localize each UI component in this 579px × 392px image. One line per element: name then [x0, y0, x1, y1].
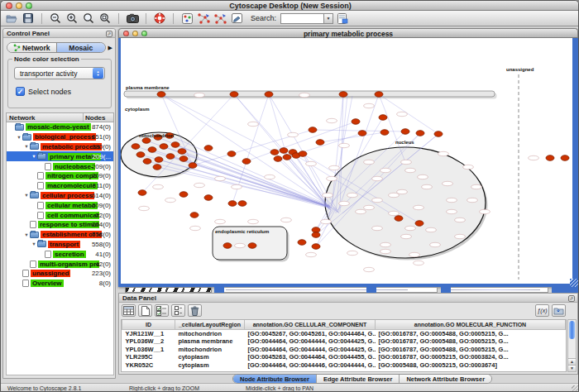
gene-node[interactable] [339, 92, 347, 98]
vizmapper-icon[interactable] [179, 12, 194, 25]
tree-row[interactable]: ▼biological_process651(0) [7, 132, 113, 142]
checkbox-checked-icon[interactable]: ✓ [16, 87, 25, 96]
search-combo[interactable]: ▼ [280, 13, 333, 24]
column-header[interactable]: ID [122, 320, 175, 329]
disclosure-triangle-icon[interactable]: ▼ [31, 241, 37, 246]
gene-node[interactable] [204, 146, 213, 151]
tree-row[interactable]: ▼transport558(0) [7, 240, 113, 250]
gene-node[interactable] [148, 147, 156, 153]
network-frame-titlebar[interactable]: primary metabolic process [118, 28, 578, 38]
tree-row[interactable]: nucleobase-209(0) [7, 161, 113, 171]
snapshot-camera-icon[interactable] [125, 12, 140, 25]
gene-node[interactable] [401, 129, 409, 135]
disclosure-triangle-icon[interactable]: ▼ [23, 232, 30, 237]
gene-node[interactable] [230, 92, 238, 98]
help-lifering-icon[interactable] [152, 12, 167, 25]
attribute-table-icon[interactable] [122, 304, 136, 317]
gene-node[interactable] [416, 131, 424, 136]
tree-row[interactable]: ▼establishment of lo558(0) [7, 230, 113, 240]
gene-node[interactable] [132, 144, 140, 150]
gene-node[interactable] [153, 165, 161, 170]
gene-node[interactable] [283, 155, 291, 160]
search-input[interactable] [280, 13, 323, 24]
gene-node[interactable] [265, 92, 273, 98]
frame-resize-grip[interactable] [570, 279, 578, 287]
network-canvas[interactable]: plasma membranecytoplasmmitochondrionnuc… [121, 38, 572, 284]
tree-column-network[interactable]: Network [7, 113, 84, 122]
table-row[interactable]: YJR121W__1mitochondrion[GO:0045267, GO:0… [122, 329, 566, 337]
gene-node[interactable] [178, 149, 186, 155]
column-header[interactable]: _cellularLayoutRegion [175, 320, 245, 329]
tree-row[interactable]: multi-organism pro42(0) [7, 259, 113, 269]
formula-builder-icon[interactable]: ƒ(x) [535, 304, 549, 317]
zoom-selected-icon[interactable] [81, 12, 96, 25]
gene-node[interactable] [155, 157, 163, 163]
gene-node[interactable] [546, 155, 554, 161]
scroll-up-icon[interactable]: ▲ [568, 358, 576, 365]
disclosure-triangle-icon[interactable]: ▼ [31, 154, 37, 159]
gene-node[interactable] [280, 148, 288, 154]
gene-node[interactable] [358, 131, 366, 136]
scrollbar-thumb[interactable] [569, 321, 575, 339]
column-header[interactable]: annotation.GO MOLECULAR_FUNCTION [376, 320, 566, 329]
float-panel-icon[interactable]: ⇗ [568, 295, 575, 302]
gene-node[interactable] [138, 190, 146, 196]
import-network-icon[interactable] [196, 12, 211, 25]
gene-node[interactable] [309, 127, 317, 133]
select-attributes-icon[interactable] [155, 304, 169, 317]
gene-node[interactable] [379, 115, 387, 121]
gene-node[interactable] [270, 150, 279, 155]
table-row[interactable]: YLR295Ccytoplasm[GO:0045263, GO:0044464,… [122, 353, 566, 361]
gene-node[interactable] [380, 130, 389, 136]
gene-node[interactable] [242, 159, 251, 165]
tree-row[interactable]: macromolecule311(0) [7, 181, 113, 191]
gene-node[interactable] [312, 232, 320, 238]
export-network-icon[interactable] [213, 12, 227, 25]
node-color-dropdown[interactable]: transporter activity ▲▼ [14, 67, 105, 79]
disclosure-triangle-icon[interactable]: ▼ [16, 135, 22, 140]
gene-node[interactable] [312, 244, 320, 250]
gene-node[interactable] [157, 92, 165, 98]
save-icon[interactable] [21, 12, 36, 25]
tab-edge-attribute-browser[interactable]: Edge Attribute Browser [317, 375, 400, 383]
unselect-attributes-icon[interactable] [171, 304, 185, 317]
tree-row[interactable]: ▼metabolic process280(0) [7, 142, 113, 152]
background-overview-window[interactable] [125, 287, 212, 293]
import-attributes-icon[interactable] [552, 304, 566, 317]
window-titlebar[interactable]: Cytoscape Desktop (New Session) [1, 1, 579, 11]
gene-node[interactable] [298, 240, 306, 246]
tree-row[interactable]: ▼cellular process614(0) [7, 191, 113, 201]
scroll-down-icon[interactable]: ▼ [568, 365, 576, 371]
tab-mosaic[interactable]: Mosaic [56, 43, 106, 52]
delete-attribute-icon[interactable] [188, 304, 202, 317]
tab-network[interactable]: Network [7, 43, 56, 52]
gene-node[interactable] [179, 192, 188, 198]
gene-node[interactable] [142, 138, 151, 144]
tree-row[interactable]: secretion41(0) [7, 249, 113, 259]
gene-node[interactable] [248, 243, 256, 249]
data-scrollbar[interactable]: ▲ ▼ [567, 319, 577, 372]
zoom-out-icon[interactable] [48, 12, 63, 25]
tab-network-attribute-browser[interactable]: Network Attribute Browser [400, 375, 491, 383]
open-folder-icon[interactable] [4, 12, 19, 25]
tree-row[interactable]: cellular metabo209(0) [7, 200, 113, 210]
disclosure-triangle-icon[interactable]: ▼ [23, 144, 30, 149]
gene-node[interactable] [316, 140, 324, 146]
attribute-table[interactable]: ID_cellularLayoutRegionannotation.GO CEL… [122, 320, 566, 372]
tree-row[interactable]: unassigned223(0) [7, 269, 113, 279]
attribute-page-icon[interactable] [335, 12, 350, 25]
gene-node[interactable] [223, 243, 232, 249]
gene-node[interactable] [299, 151, 307, 157]
dropdown-stepper-icon[interactable]: ▲▼ [93, 68, 103, 79]
tab-overflow-icon[interactable]: ▶ [106, 45, 112, 51]
gene-node[interactable] [228, 201, 237, 207]
zoom-in-icon[interactable] [65, 12, 79, 25]
annotation-icon[interactable] [229, 12, 244, 25]
gene-node[interactable] [375, 92, 383, 98]
tree-row[interactable]: nitrogen compo209(0) [7, 171, 113, 181]
table-row[interactable]: YPL036W__1mitochondrion[GO:0044464, GO:0… [122, 345, 566, 353]
gene-node[interactable] [352, 119, 360, 125]
disclosure-triangle-icon[interactable]: ▼ [23, 193, 30, 198]
gene-node[interactable] [190, 213, 199, 218]
gene-node[interactable] [227, 151, 236, 157]
